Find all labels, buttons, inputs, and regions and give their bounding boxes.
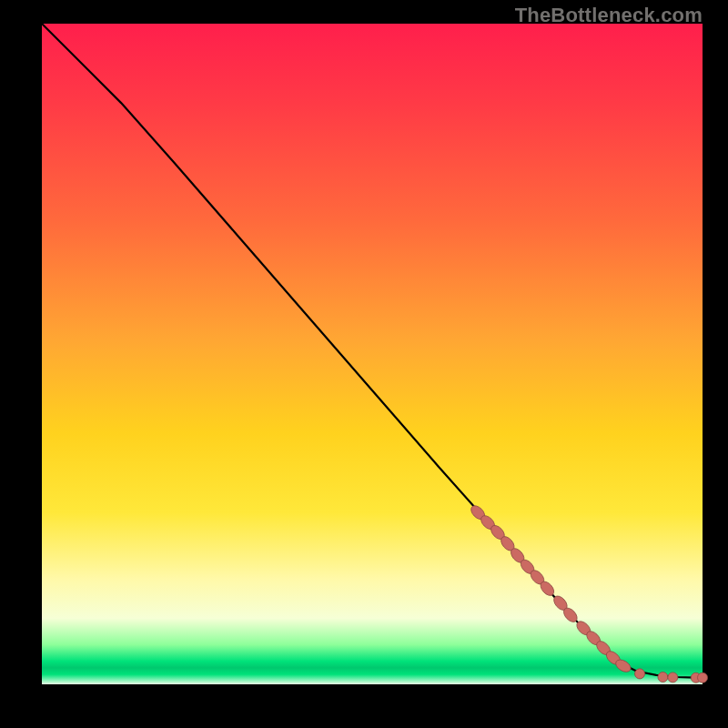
chart-svg	[42, 24, 703, 684]
curve-line	[42, 24, 703, 678]
curve-marker	[668, 672, 678, 682]
curve-marker	[698, 672, 708, 682]
curve-marker	[657, 672, 668, 682]
curve-marker	[633, 668, 646, 681]
chart-frame: TheBottleneck.com	[0, 0, 728, 728]
watermark-text: TheBottleneck.com	[515, 4, 703, 27]
curve-markers	[469, 503, 708, 682]
